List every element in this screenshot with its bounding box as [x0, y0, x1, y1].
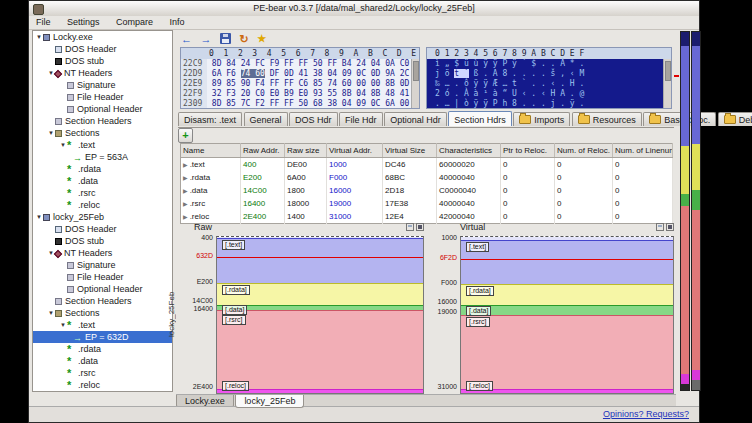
tab-resources[interactable]: Resources [572, 112, 642, 126]
detach-icon[interactable] [666, 223, 674, 231]
tree-item-file-header[interactable]: File Header [33, 271, 172, 283]
collapse-icon[interactable] [406, 223, 414, 231]
tab-dos-hdr[interactable]: DOS Hdr [289, 112, 338, 126]
star-icon[interactable]: ★ [257, 31, 266, 47]
ascii-row[interactable]: ì „ $ ü ù ÿ ÿ P ÿ ´ $ . . À * . [427, 59, 671, 69]
row-expander-icon[interactable]: ▶ [183, 214, 188, 220]
minimap-raw-bar[interactable] [680, 31, 690, 391]
tree-item-data-section[interactable]: .data [33, 355, 172, 367]
hex-selection[interactable]: 74 60 [241, 69, 265, 78]
collapse-icon[interactable] [656, 223, 664, 231]
col-raw-addr[interactable]: Raw Addr. [241, 144, 285, 158]
hex-bytes[interactable]: 6A F6 74 60 DF 0D 41 38 04 09 0C 0D 9A 2… [212, 69, 420, 78]
hex-scrollbar[interactable] [663, 59, 671, 108]
tree-item-rdata-section[interactable]: .rdata [33, 343, 172, 355]
tree-item-file-header[interactable]: File Header [33, 91, 172, 103]
tree-item-ep-563a[interactable]: EP = 563A [33, 151, 172, 163]
hex-row[interactable]: 22E9 89 85 90 F4 FF FF C6 85 74 60 00 00… [181, 79, 419, 89]
table-row-data[interactable]: ▶.data 14C001800 160002D18 C00000400 00 [181, 184, 673, 197]
table-row-rsrc[interactable]: ▶.rsrc 1640018000 1900017E38 400000400 0… [181, 197, 673, 210]
tree-item-rsrc-section[interactable]: .rsrc [33, 187, 172, 199]
feedback-link[interactable]: Opinions? Requests? [603, 409, 689, 419]
add-section-button[interactable]: + [178, 128, 193, 143]
hex-bytes[interactable]: 8D 84 24 FC F9 FF FF 50 FF B4 24 04 0A C… [212, 59, 420, 68]
expander-icon[interactable]: ▼ [59, 139, 67, 151]
hex-bytes[interactable]: 8D 85 7C F2 FF FF 50 68 38 04 09 0C 6A 0… [212, 99, 420, 108]
tree-item-data-section[interactable]: .data [33, 175, 172, 187]
tree-item-section-headers[interactable]: Section Headers [33, 295, 172, 307]
tree-item-nt-headers[interactable]: ▼NT Headers [33, 67, 172, 79]
tree-item-sections[interactable]: ▼Sections [33, 307, 172, 319]
hex-row[interactable]: 22C9 8D 84 24 FC F9 FF FF 50 FF B4 24 04… [181, 59, 419, 69]
tree-item-text-section[interactable]: ▼.text [33, 319, 172, 331]
tree-item-text-section[interactable]: ▼.text [33, 139, 172, 151]
tree-item-rdata-section[interactable]: .rdata [33, 163, 172, 175]
tab-imports[interactable]: Imports [513, 112, 570, 126]
expander-icon[interactable]: ▼ [47, 127, 55, 139]
table-row-rdata[interactable]: ▶.rdata E2006A00 F00068BC 400000400 00 [181, 171, 673, 184]
tree-item-optional-header[interactable]: Optional Header [33, 103, 172, 115]
expander-icon[interactable]: ▼ [47, 307, 55, 319]
col-virtual-size[interactable]: Virtual Size [383, 144, 437, 158]
detach-icon[interactable] [416, 223, 424, 231]
minimap-virtual-bar[interactable] [691, 31, 701, 391]
ascii-selection[interactable]: t ` [454, 69, 468, 78]
hex-row[interactable]: 22D9 6A F6 74 60 DF 0D 41 38 04 09 0C 0D… [181, 69, 419, 79]
titlebar[interactable]: PE-bear v0.3.7 [/data/mal_shared2/Locky/… [29, 1, 699, 17]
tree-item-signature[interactable]: Signature [33, 259, 172, 271]
reload-icon[interactable]: ↻ [240, 31, 249, 47]
col-raw-size[interactable]: Raw size [285, 144, 327, 158]
save-icon[interactable] [220, 33, 231, 44]
tree-item-ep-632d[interactable]: EP = 632D [33, 331, 172, 343]
ascii-row[interactable]: ‰ … . ô ÿ ÿ Æ … t ` . . ‹ . H . [427, 79, 671, 89]
hex-row[interactable]: 2309 8D 85 7C F2 FF FF 50 68 38 04 09 0C… [181, 99, 419, 109]
back-arrow-icon[interactable]: ← [181, 31, 192, 47]
tree-item-nt-headers[interactable]: ▼NT Headers [33, 247, 172, 259]
tree-item-reloc-section[interactable]: .reloc [33, 379, 172, 391]
tree-item-signature[interactable]: Signature [33, 79, 172, 91]
tab-debug[interactable]: Debug [718, 112, 752, 126]
ascii-row[interactable]: . … | ò ÿ ÿ P h 8 . . . j . ÿ . [427, 99, 671, 109]
tab-section-hdrs[interactable]: Section Hdrs [448, 111, 512, 126]
hex-bytes[interactable]: 32 F3 20 C0 E0 B9 E0 93 55 8B 04 8B 48 4… [212, 89, 420, 98]
table-row-text[interactable]: ▶.text 400DE00 1000DC46 600000200 00 [181, 158, 673, 172]
hex-view-ascii[interactable]: 0 1 2 3 4 5 6 7 8 9 A B C D E F ì „ $ ü … [426, 47, 672, 109]
col-characteristics[interactable]: Characteristics [437, 144, 501, 158]
tree-item-locky-exe[interactable]: ▼Locky.exe [33, 31, 172, 43]
tree-item-dos-header[interactable]: DOS Header [33, 43, 172, 55]
tree-item-dos-stub[interactable]: DOS stub [33, 235, 172, 247]
tree-item-sections[interactable]: ▼Sections [33, 127, 172, 139]
tree-item-rsrc-section[interactable]: .rsrc [33, 367, 172, 379]
tree-item-reloc-section[interactable]: .reloc [33, 199, 172, 211]
hex-view-raw[interactable]: 0 1 2 3 4 5 6 7 8 9 A B C D E F 22C9 8D … [180, 47, 420, 109]
hex-row[interactable]: 22F9 32 F3 20 C0 E0 B9 E0 93 55 8B 04 8B… [181, 89, 419, 99]
menu-settings[interactable]: Settings [60, 16, 107, 29]
hex-scrollbar[interactable] [411, 59, 419, 108]
col-name[interactable]: Name [181, 144, 241, 158]
menu-compare[interactable]: Compare [109, 16, 160, 29]
col-ptr-reloc[interactable]: Ptr to Reloc. [501, 144, 555, 158]
row-expander-icon[interactable]: ▶ [183, 175, 188, 181]
col-num-linenum[interactable]: Num. of Linenum. [613, 144, 673, 158]
expander-icon[interactable]: ▼ [35, 211, 43, 223]
col-virtual-addr[interactable]: Virtual Addr. [327, 144, 383, 158]
tree-item-optional-header[interactable]: Optional Header [33, 283, 172, 295]
expander-icon[interactable]: ▼ [59, 319, 67, 331]
row-expander-icon[interactable]: ▶ [183, 162, 188, 168]
ascii-row[interactable]: 2 ó . À à ¹ à “ U ‹ . ‹ H A . @ [427, 89, 671, 99]
tree-item-dos-header[interactable]: DOS Header [33, 223, 172, 235]
expander-icon[interactable]: ▼ [35, 31, 43, 43]
col-num-reloc[interactable]: Num. of Reloc. [555, 144, 613, 158]
ascii-row[interactable]: j ö t ` ß . A 8 . . . . š , ‹ M [427, 69, 671, 79]
row-expander-icon[interactable]: ▶ [183, 188, 188, 194]
hex-bytes[interactable]: 89 85 90 F4 FF FF C6 85 74 60 00 00 8B 0… [212, 79, 420, 88]
file-tab-locky-25feb[interactable]: locky_25Feb [235, 395, 304, 408]
tab-optional-hdr[interactable]: Optional Hdr [384, 112, 447, 126]
row-expander-icon[interactable]: ▶ [183, 201, 188, 207]
forward-arrow-icon[interactable]: → [201, 31, 212, 47]
tree-item-dos-stub[interactable]: DOS stub [33, 55, 172, 67]
tab-disasm-text[interactable]: Disasm: .text [178, 112, 242, 126]
tab-file-hdr[interactable]: File Hdr [339, 112, 383, 126]
menu-file[interactable]: File [29, 16, 58, 29]
tree-item-locky-25feb[interactable]: ▼locky_25Feb [33, 211, 172, 223]
